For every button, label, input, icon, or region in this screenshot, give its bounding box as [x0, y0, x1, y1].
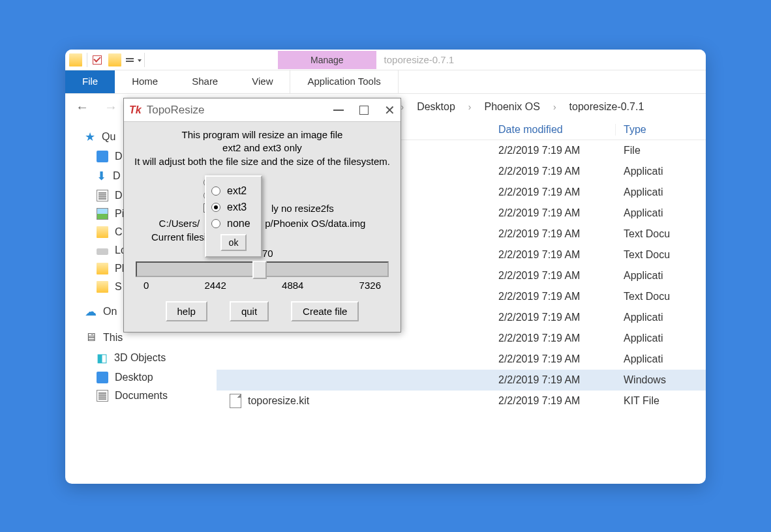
tab-share[interactable]: Share: [175, 70, 235, 93]
size-slider[interactable]: [136, 261, 389, 277]
tab-application-tools[interactable]: Application Tools: [290, 70, 398, 93]
minimize-button[interactable]: [333, 110, 344, 111]
tab-home[interactable]: Home: [115, 70, 175, 93]
table-row[interactable]: toporesize.kit2/2/2019 7:19 AMKIT File: [217, 391, 706, 411]
chevron-down-icon[interactable]: [138, 59, 142, 62]
folder-icon: [69, 53, 82, 66]
folder-icon: [108, 53, 121, 66]
fs-type-popup: ext2 ext3 none ok: [205, 175, 262, 258]
help-button[interactable]: help: [166, 301, 207, 321]
file-path: C:/Users/p/Phoenix OS/data.img: [132, 218, 393, 229]
app-icon: Tk: [129, 104, 142, 116]
close-button[interactable]: ✕: [384, 106, 395, 115]
intro-text: This program will resize an image file e…: [132, 128, 393, 168]
download-icon: ⬇: [97, 169, 106, 183]
checkmark-icon[interactable]: [93, 55, 102, 65]
ribbon: File Home Share View Application Tools: [65, 70, 706, 94]
cloud-icon: ☁: [85, 304, 97, 319]
maximize-button[interactable]: [359, 106, 369, 115]
radio-none[interactable]: none: [211, 218, 256, 229]
cube-icon: ◧: [97, 351, 108, 365]
current-filesize: Current filesize: 0: [151, 231, 393, 243]
folder-icon: [97, 226, 108, 238]
radio-icon: [211, 219, 220, 228]
radio-ext3[interactable]: ext3: [211, 201, 256, 213]
folder-icon: [97, 263, 108, 274]
radio-icon: [211, 186, 220, 196]
radio-icon: [211, 203, 220, 212]
back-button[interactable]: ←: [72, 100, 93, 115]
file-icon: [230, 394, 241, 408]
create-file-button[interactable]: Create file: [291, 301, 359, 321]
star-icon: ★: [85, 130, 95, 144]
quit-button[interactable]: quit: [230, 301, 269, 321]
forward-button[interactable]: →: [100, 100, 121, 115]
window-title: toporesize-0.7.1: [376, 50, 462, 69]
pictures-icon: [97, 208, 108, 220]
menu-icon[interactable]: [126, 58, 134, 62]
breadcrumb-item[interactable]: Desktop: [413, 101, 459, 113]
table-row[interactable]: 2/2/2019 7:19 AMApplicati: [217, 349, 706, 370]
dialog-titlebar[interactable]: Tk TopoResize ✕: [124, 98, 401, 122]
ok-button[interactable]: ok: [220, 234, 247, 251]
pc-icon: 🖥: [85, 331, 97, 344]
tab-file[interactable]: File: [65, 70, 115, 93]
title-bar: Manage toporesize-0.7.1: [65, 50, 706, 70]
slider-ticks: 0244248847326: [144, 280, 381, 291]
toporesize-dialog: Tk TopoResize ✕ This program will resize…: [123, 98, 401, 332]
slider-thumb[interactable]: [252, 261, 267, 279]
col-date-modified[interactable]: Date modified: [491, 124, 616, 136]
document-icon: [97, 190, 108, 201]
dialog-title: TopoResize: [147, 104, 205, 117]
tab-view[interactable]: View: [235, 70, 290, 93]
sidebar-desktop[interactable]: Desktop: [85, 368, 217, 387]
sidebar-3d-objects[interactable]: ◧3D Objects: [85, 347, 217, 368]
folder-icon: [97, 281, 108, 293]
radio-ext2[interactable]: ext2: [211, 185, 256, 197]
sidebar-documents[interactable]: Documents: [85, 387, 217, 405]
breadcrumb-item[interactable]: toporesize-0.7.1: [566, 101, 648, 113]
breadcrumb-item[interactable]: Phoenix OS: [481, 101, 544, 113]
drive-icon: [97, 248, 108, 255]
document-icon: [97, 390, 108, 402]
desktop-icon: [97, 151, 108, 162]
col-type[interactable]: Type: [616, 124, 706, 136]
context-group: Manage: [278, 51, 376, 69]
table-row[interactable]: 2/2/2019 7:19 AMWindows: [217, 370, 706, 391]
desktop-icon: [97, 372, 108, 383]
slider-value: 4070: [132, 248, 393, 259]
